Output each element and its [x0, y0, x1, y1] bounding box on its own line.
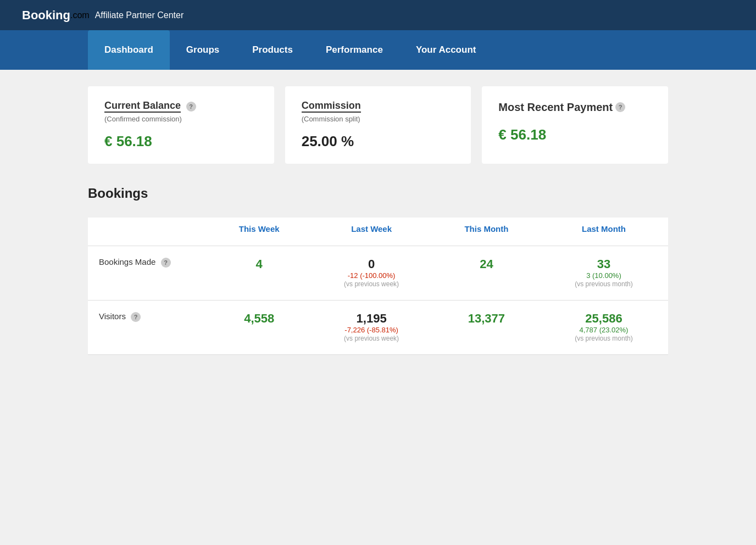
commission-title: Commission: [302, 100, 361, 113]
current-balance-subtitle: (Confirmed commission): [104, 115, 258, 123]
col-header-last-week: Last Week: [309, 218, 433, 246]
col-header-empty: [88, 218, 209, 246]
most-recent-payment-card: Most Recent Payment ? € 56.18: [482, 86, 668, 164]
table-row: Visitors ? 4,558 1,195 -7,226 (-85.81%) …: [88, 300, 668, 354]
row-label-visitors: Visitors ?: [88, 300, 209, 354]
top-bar: Booking.com Affiliate Partner Center: [0, 0, 756, 30]
commission-subtitle: (Commission split): [302, 115, 455, 123]
bookings-section: Bookings This Week Last Week This Month …: [88, 186, 668, 355]
logo: Booking.com Affiliate Partner Center: [22, 8, 184, 23]
bookings-made-last-week: 0 -12 (-100.00%) (vs previous week): [309, 246, 433, 301]
current-balance-value: € 56.18: [104, 133, 258, 150]
current-balance-title: Current Balance: [104, 100, 181, 113]
nav-item-performance[interactable]: Performance: [309, 30, 399, 70]
logo-dotcom-text: .com: [70, 10, 90, 20]
nav-item-groups[interactable]: Groups: [170, 30, 236, 70]
nav-item-products[interactable]: Products: [236, 30, 309, 70]
visitors-help-icon[interactable]: ?: [131, 312, 141, 322]
row-label-bookings-made: Bookings Made ?: [88, 246, 209, 301]
visitors-this-month: 13,377: [433, 300, 540, 354]
cards-row: Current Balance ? (Confirmed commission)…: [88, 86, 668, 164]
bookings-made-this-month: 24: [433, 246, 540, 301]
current-balance-help-icon[interactable]: ?: [186, 102, 196, 112]
table-row: Bookings Made ? 4 0 -12 (-100.00%) (vs p…: [88, 246, 668, 301]
nav-item-dashboard[interactable]: Dashboard: [88, 30, 170, 70]
nav-item-your-account[interactable]: Your Account: [399, 30, 493, 70]
bookings-section-title: Bookings: [88, 186, 668, 201]
main-content: Current Balance ? (Confirmed commission)…: [0, 70, 756, 371]
bookings-made-last-month: 33 3 (10.00%) (vs previous month): [540, 246, 668, 301]
most-recent-payment-title: Most Recent Payment: [498, 100, 613, 114]
most-recent-payment-help-icon[interactable]: ?: [615, 102, 625, 112]
bookings-table: This Week Last Week This Month Last Mont…: [88, 218, 668, 355]
most-recent-payment-value: € 56.18: [498, 126, 652, 143]
visitors-this-week: 4,558: [209, 300, 309, 354]
col-header-this-week: This Week: [209, 218, 309, 246]
current-balance-card: Current Balance ? (Confirmed commission)…: [88, 86, 274, 164]
nav-bar: Dashboard Groups Products Performance Yo…: [0, 30, 756, 70]
commission-card: Commission (Commission split) 25.00 %: [285, 86, 471, 164]
col-header-this-month: This Month: [433, 218, 540, 246]
bookings-made-this-week: 4: [209, 246, 309, 301]
bookings-made-help-icon[interactable]: ?: [161, 258, 171, 268]
visitors-last-month: 25,586 4,787 (23.02%) (vs previous month…: [540, 300, 668, 354]
visitors-last-week: 1,195 -7,226 (-85.81%) (vs previous week…: [309, 300, 433, 354]
logo-booking-text: Booking: [22, 8, 70, 23]
logo-subtitle: Affiliate Partner Center: [95, 10, 184, 20]
commission-value: 25.00 %: [302, 133, 455, 150]
col-header-last-month: Last Month: [540, 218, 668, 246]
